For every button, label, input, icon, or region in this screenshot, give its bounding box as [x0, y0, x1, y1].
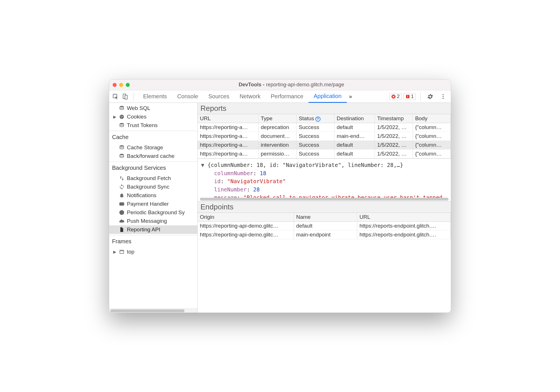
tabs-overflow-icon[interactable]: »	[347, 93, 354, 100]
reports-table: URL Type Status? Destination Timestamp B…	[198, 114, 451, 158]
table-row[interactable]: https://reporting-api-demo.glitc…main-en…	[198, 230, 451, 239]
issue-icon	[405, 94, 410, 99]
table-row[interactable]: https://reporting-a…document…Successmain…	[198, 132, 451, 141]
svg-point-14	[121, 117, 122, 118]
sidebar-item-background-sync[interactable]: Background Sync	[109, 183, 197, 191]
toolbar: Elements Console Sources Network Perform…	[109, 90, 451, 103]
error-count: 2	[397, 94, 399, 99]
database-icon	[119, 145, 125, 150]
object-field: id: "NavigatorVibrate"	[201, 177, 447, 185]
sidebar-item-push-messaging[interactable]: Push Messaging	[109, 217, 197, 225]
sidebar-item-cookies[interactable]: ▶ Cookies	[109, 113, 197, 121]
sidebar-item-label: Background Sync	[127, 184, 169, 190]
tab-performance[interactable]: Performance	[266, 90, 309, 103]
col-name[interactable]: Name	[294, 213, 357, 222]
close-button[interactable]	[113, 83, 117, 87]
device-toggle-icon[interactable]	[122, 93, 129, 100]
transfer-icon	[119, 175, 125, 181]
table-cell: {"column…	[413, 141, 451, 150]
tab-sources[interactable]: Sources	[203, 90, 234, 103]
tab-network[interactable]: Network	[234, 90, 265, 103]
tab-application[interactable]: Application	[309, 91, 347, 103]
maximize-button[interactable]	[126, 83, 130, 87]
inspect-element-icon[interactable]	[112, 93, 119, 100]
sidebar-item-label: top	[127, 249, 134, 255]
sidebar-item-background-fetch[interactable]: Background Fetch	[109, 174, 197, 183]
sidebar-item-cache-storage[interactable]: Cache Storage	[109, 143, 197, 152]
titlebar: DevTools - reporting-api-demo.glitch.me/…	[109, 79, 451, 90]
database-icon	[119, 105, 125, 111]
table-cell: https://reporting-a…	[198, 123, 258, 132]
reports-heading: Reports	[198, 103, 451, 114]
disclosure-triangle-icon[interactable]: ▶	[113, 115, 116, 119]
card-icon	[119, 201, 125, 207]
minimize-button[interactable]	[119, 83, 123, 87]
sidebar-item-label: Background Fetch	[127, 175, 171, 181]
more-menu-icon[interactable]	[438, 93, 448, 100]
table-cell: 1/5/2022, …	[375, 141, 413, 150]
traffic-lights	[113, 83, 130, 87]
sidebar-item-payment-handler[interactable]: Payment Handler	[109, 200, 197, 208]
col-url[interactable]: URL	[357, 213, 451, 222]
sidebar-item-notifications[interactable]: Notifications	[109, 191, 197, 200]
sidebar-item-label: Trust Tokens	[127, 122, 158, 128]
issue-count: 1	[411, 94, 414, 99]
cloud-icon	[119, 218, 125, 224]
table-cell: permissio…	[258, 150, 296, 158]
object-summary[interactable]: ▼ {columnNumber: 18, id: "NavigatorVibra…	[201, 161, 447, 169]
error-badge[interactable]: 2	[389, 93, 401, 100]
sidebar-item-label: Cache Storage	[127, 144, 163, 151]
col-timestamp[interactable]: Timestamp	[375, 114, 413, 123]
table-cell: Success	[296, 150, 334, 158]
table-cell: Success	[296, 132, 334, 141]
tab-elements[interactable]: Elements	[138, 90, 172, 103]
sidebar-category-background-services: Background Services	[109, 162, 197, 173]
document-icon	[119, 227, 125, 232]
report-body-preview[interactable]: ▼ {columnNumber: 18, id: "NavigatorVibra…	[198, 158, 451, 201]
sidebar-item-label: Payment Handler	[127, 201, 169, 207]
table-cell: {"column…	[413, 123, 451, 132]
table-cell: intervention	[258, 141, 296, 150]
table-header-row: Origin Name URL	[198, 213, 451, 222]
disclosure-triangle-icon[interactable]: ▼	[201, 162, 208, 168]
table-cell: {"column…	[413, 150, 451, 158]
sidebar-item-periodic-bg-sync[interactable]: Periodic Background Sy	[109, 208, 197, 217]
table-cell: 1/5/2022, …	[375, 150, 413, 158]
issue-badge[interactable]: 1	[403, 93, 416, 100]
disclosure-triangle-icon[interactable]: ▶	[113, 250, 116, 254]
col-origin[interactable]: Origin	[198, 213, 294, 222]
preview-horizontal-scrollbar[interactable]	[200, 198, 449, 201]
table-row[interactable]: https://reporting-api-demo.glitc…default…	[198, 222, 451, 230]
col-destination[interactable]: Destination	[334, 114, 375, 123]
svg-point-13	[122, 116, 123, 117]
col-type[interactable]: Type	[258, 114, 296, 123]
table-cell: 1/5/2022, …	[375, 132, 413, 141]
sidebar-item-trust-tokens[interactable]: Trust Tokens	[109, 121, 197, 130]
sidebar-item-top-frame[interactable]: ▶ top	[109, 248, 197, 256]
table-cell: https://reporting-api-demo.glitc…	[198, 222, 294, 230]
bell-icon	[119, 193, 125, 198]
sidebar-frames-group: ▶ top	[109, 246, 197, 257]
sidebar-item-web-sql[interactable]: Web SQL	[109, 104, 197, 113]
col-status[interactable]: Status?	[296, 114, 334, 123]
tab-console[interactable]: Console	[172, 90, 203, 103]
table-cell: default	[294, 222, 357, 230]
frame-icon	[119, 249, 125, 255]
sidebar-horizontal-scrollbar[interactable]	[109, 309, 197, 313]
table-cell: https://reports-endpoint.glitch.…	[357, 222, 451, 230]
col-body[interactable]: Body	[413, 114, 451, 123]
col-url[interactable]: URL	[198, 114, 258, 123]
sidebar-item-bf-cache[interactable]: Back/forward cache	[109, 152, 197, 160]
table-row[interactable]: https://reporting-a…deprecationSuccessde…	[198, 123, 451, 132]
table-row[interactable]: https://reporting-a…interventionSuccessd…	[198, 141, 451, 150]
table-cell: deprecation	[258, 123, 296, 132]
window-title: DevTools - reporting-api-demo.glitch.me/…	[135, 82, 447, 88]
settings-icon[interactable]	[425, 93, 435, 100]
sidebar-item-label: Back/forward cache	[127, 153, 175, 159]
endpoints-heading: Endpoints	[198, 201, 451, 213]
sidebar-category-cache: Cache	[109, 131, 197, 142]
table-row[interactable]: https://reporting-a…permissio…Successdef…	[198, 150, 451, 158]
status-help-icon[interactable]: ?	[315, 117, 320, 122]
sidebar-item-reporting-api[interactable]: Reporting API	[109, 225, 197, 234]
svg-rect-6	[407, 97, 408, 98]
